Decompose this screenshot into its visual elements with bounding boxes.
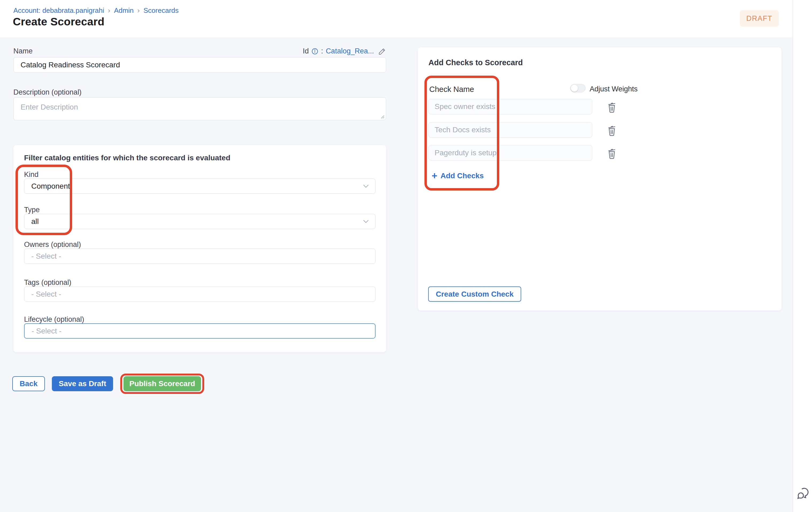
lifecycle-label: Lifecycle (optional) xyxy=(24,315,84,324)
lifecycle-select[interactable]: - Select - xyxy=(24,323,376,338)
id-value-link[interactable]: Catalog_Rea... xyxy=(326,47,374,55)
publish-scorecard-button[interactable]: Publish Scorecard xyxy=(123,376,201,391)
page-title: Create Scorecard xyxy=(13,16,105,28)
name-row: Name Id : Catalog_Rea... xyxy=(13,47,386,55)
kind-select-value: Component xyxy=(31,182,70,190)
owners-select[interactable]: - Select - xyxy=(24,248,376,264)
add-checks-label: Add Checks xyxy=(440,172,484,180)
tags-select[interactable]: - Select - xyxy=(24,287,376,302)
save-as-draft-button[interactable]: Save as Draft xyxy=(52,376,113,391)
breadcrumb-separator: › xyxy=(108,6,110,15)
trash-icon[interactable] xyxy=(606,148,617,159)
lifecycle-select-placeholder: - Select - xyxy=(32,327,61,335)
description-textarea[interactable] xyxy=(13,97,386,120)
breadcrumb-separator: › xyxy=(137,6,140,15)
check-name-input-1[interactable] xyxy=(429,99,592,114)
description-field-wrap xyxy=(13,97,386,120)
adjust-weights-label: Adjust Weights xyxy=(590,85,638,93)
right-side-strip xyxy=(793,0,812,512)
name-label: Name xyxy=(13,47,33,55)
breadcrumb-admin[interactable]: Admin xyxy=(114,6,134,15)
pencil-icon[interactable] xyxy=(378,47,386,55)
check-name-input-2[interactable] xyxy=(429,122,592,138)
page-header: Account: debabrata.panigrahi › Admin › S… xyxy=(0,0,792,38)
chevron-down-icon xyxy=(363,184,369,188)
tags-select-placeholder: - Select - xyxy=(31,290,61,299)
status-badge-draft: DRAFT xyxy=(740,10,779,27)
type-label: Type xyxy=(24,206,40,214)
check-row xyxy=(429,122,634,138)
type-select-value: all xyxy=(31,217,39,226)
id-label: Id xyxy=(303,47,309,55)
trash-icon[interactable] xyxy=(606,101,617,113)
id-colon: : xyxy=(321,47,323,55)
create-scorecard-page: Account: debabrata.panigrahi › Admin › S… xyxy=(0,0,812,512)
create-custom-check-button[interactable]: Create Custom Check xyxy=(428,287,521,302)
tags-label: Tags (optional) xyxy=(24,278,71,287)
check-name-column-header: Check Name xyxy=(429,85,474,94)
owners-select-placeholder: - Select - xyxy=(31,252,61,261)
add-checks-title: Add Checks to Scorecard xyxy=(429,58,523,67)
description-label: Description (optional) xyxy=(13,88,82,96)
breadcrumb-account[interactable]: Account: debabrata.panigrahi xyxy=(13,6,104,15)
id-group: Id : Catalog_Rea... xyxy=(303,47,386,55)
info-icon[interactable] xyxy=(311,48,318,55)
check-row xyxy=(429,99,634,114)
kind-label: Kind xyxy=(24,171,38,179)
breadcrumb-scorecards[interactable]: Scorecards xyxy=(144,6,179,15)
back-button[interactable]: Back xyxy=(12,376,45,391)
kind-select[interactable]: Component xyxy=(24,179,376,194)
name-field-wrap xyxy=(13,57,386,73)
check-name-input-3[interactable] xyxy=(429,145,592,160)
add-checks-card: Add Checks to Scorecard Check Name Adjus… xyxy=(418,47,782,310)
chat-bubbles-icon[interactable] xyxy=(796,486,810,501)
type-select[interactable]: all xyxy=(24,214,376,229)
add-checks-button[interactable]: + Add Checks xyxy=(432,172,484,180)
chevron-down-icon xyxy=(363,220,369,223)
breadcrumb: Account: debabrata.panigrahi › Admin › S… xyxy=(13,6,178,15)
name-input[interactable] xyxy=(13,57,386,73)
adjust-weights-toggle[interactable] xyxy=(570,84,586,92)
check-row xyxy=(429,145,634,160)
filter-entities-card: Filter catalog entities for which the sc… xyxy=(13,145,386,352)
toggle-knob xyxy=(571,85,578,92)
owners-label: Owners (optional) xyxy=(24,241,81,249)
trash-icon[interactable] xyxy=(606,124,617,136)
filter-card-title: Filter catalog entities for which the sc… xyxy=(24,154,230,162)
plus-icon: + xyxy=(432,172,437,180)
